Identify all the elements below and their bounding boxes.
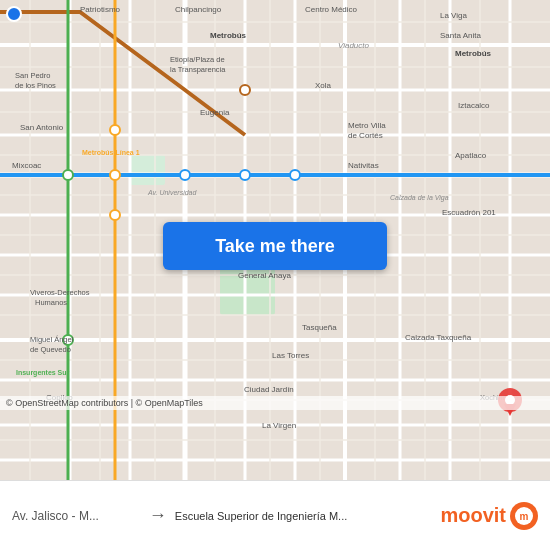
svg-text:Av. Universidad: Av. Universidad — [147, 189, 197, 196]
svg-text:La Virgen: La Virgen — [262, 421, 296, 430]
svg-point-50 — [110, 170, 120, 180]
svg-text:de Quevedo: de Quevedo — [30, 345, 71, 354]
svg-text:m: m — [520, 511, 529, 522]
from-label: Av. Jalisco - M... — [12, 509, 141, 523]
svg-text:Viaducto: Viaducto — [338, 41, 370, 50]
from-location-info: Av. Jalisco - M... — [12, 509, 141, 523]
svg-text:la Transparencia: la Transparencia — [170, 65, 226, 74]
to-location-info: Escuela Superior de Ingeniería M... — [175, 510, 433, 522]
svg-text:Calzada Taxqueña: Calzada Taxqueña — [405, 333, 472, 342]
svg-text:San Antonio: San Antonio — [20, 123, 64, 132]
take-me-there-button[interactable]: Take me there — [163, 222, 387, 270]
bottom-navigation-bar: Av. Jalisco - M... → Escuela Superior de… — [0, 480, 550, 550]
svg-text:Metrobús Línea 1: Metrobús Línea 1 — [82, 149, 140, 156]
svg-point-48 — [240, 85, 250, 95]
to-label: Escuela Superior de Ingeniería M... — [175, 510, 433, 522]
copyright-notice: © OpenStreetMap contributors | © OpenMap… — [0, 396, 550, 410]
svg-text:de Cortés: de Cortés — [348, 131, 383, 140]
svg-text:Patriotismo: Patriotismo — [80, 5, 121, 14]
svg-text:Mixcoac: Mixcoac — [12, 161, 41, 170]
svg-text:Santa Anita: Santa Anita — [440, 31, 481, 40]
svg-text:Metrobús: Metrobús — [210, 31, 247, 40]
svg-point-51 — [110, 210, 120, 220]
svg-point-43 — [180, 170, 190, 180]
svg-text:Tasqueña: Tasqueña — [302, 323, 337, 332]
svg-text:Insurgentes Sur: Insurgentes Sur — [16, 369, 70, 377]
svg-text:San Pedro: San Pedro — [15, 71, 50, 80]
moovit-logo-text: moovit — [440, 504, 506, 527]
svg-text:Metrobús: Metrobús — [455, 49, 492, 58]
svg-text:Ciudad Jardín: Ciudad Jardín — [244, 385, 294, 394]
map-container: Patriotismo Chilpancingo Centro Médico L… — [0, 0, 550, 480]
svg-text:Apatlaco: Apatlaco — [455, 151, 487, 160]
svg-text:Escuadrón 201: Escuadrón 201 — [442, 208, 496, 217]
moovit-logo-icon: m — [510, 502, 538, 530]
svg-point-44 — [240, 170, 250, 180]
svg-point-46 — [63, 170, 73, 180]
moovit-logo: moovit m — [440, 502, 538, 530]
svg-point-94 — [7, 7, 21, 21]
svg-text:Metro Villa: Metro Villa — [348, 121, 386, 130]
svg-text:Etiopía/Plaza de: Etiopía/Plaza de — [170, 55, 225, 64]
svg-point-49 — [110, 125, 120, 135]
svg-text:Las Torres: Las Torres — [272, 351, 309, 360]
svg-text:Calzada de la Viga: Calzada de la Viga — [390, 194, 449, 202]
svg-text:Miguel Ángel: Miguel Ángel — [30, 335, 74, 344]
svg-text:Humanos: Humanos — [35, 298, 67, 307]
svg-text:Eugenia: Eugenia — [200, 108, 230, 117]
svg-rect-2 — [130, 155, 165, 185]
svg-text:Nativitas: Nativitas — [348, 161, 379, 170]
svg-text:Viveros-Derechos: Viveros-Derechos — [30, 288, 90, 297]
svg-text:Iztacalco: Iztacalco — [458, 101, 490, 110]
svg-text:de los Pinos: de los Pinos — [15, 81, 56, 90]
svg-point-45 — [290, 170, 300, 180]
svg-text:Xola: Xola — [315, 81, 332, 90]
svg-text:La Viga: La Viga — [440, 11, 468, 20]
arrow-right-icon: → — [149, 505, 167, 526]
svg-text:Centro Médico: Centro Médico — [305, 5, 358, 14]
svg-text:Chilpancingo: Chilpancingo — [175, 5, 222, 14]
svg-text:General Anaya: General Anaya — [238, 271, 291, 280]
